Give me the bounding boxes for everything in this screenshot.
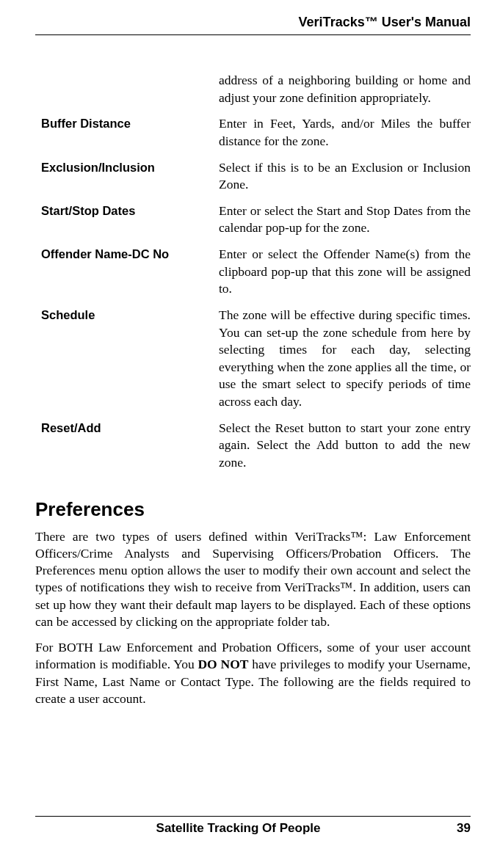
body-paragraph: For BOTH Law Enforcement and Probation O… — [35, 639, 471, 707]
table-row: Start/Stop Dates Enter or select the Sta… — [35, 203, 471, 237]
table-row: address of a neighboring building or hom… — [35, 72, 471, 106]
def-term: Offender Name-DC No — [35, 246, 219, 262]
def-desc: Enter in Feet, Yards, and/or Miles the b… — [219, 115, 471, 150]
def-term: Start/Stop Dates — [35, 203, 219, 219]
table-row: Schedule The zone will be effective duri… — [35, 307, 471, 411]
def-term: Buffer Distance — [35, 115, 219, 131]
def-term: Schedule — [35, 307, 219, 323]
body-paragraph: There are two types of users defined wit… — [35, 528, 471, 631]
footer-center-text: Satellite Tracking Of People — [35, 821, 441, 836]
table-row: Offender Name-DC No Enter or select the … — [35, 246, 471, 298]
def-desc: Select if this is to be an Exclusion or … — [219, 159, 471, 194]
def-desc: address of a neighboring building or hom… — [219, 72, 471, 106]
page-footer: Satellite Tracking Of People 39 — [35, 816, 471, 836]
table-row: Buffer Distance Enter in Feet, Yards, an… — [35, 115, 471, 150]
def-desc: Enter or select the Offender Name(s) fro… — [219, 246, 471, 298]
def-desc: The zone will be effective during specif… — [219, 307, 471, 411]
def-desc: Select the Reset button to start your zo… — [219, 420, 471, 472]
def-desc: Enter or select the Start and Stop Dates… — [219, 203, 471, 237]
page-header: VeriTracks™ User's Manual — [35, 15, 471, 35]
section-heading-preferences: Preferences — [35, 498, 471, 521]
def-term: Exclusion/Inclusion — [35, 159, 219, 175]
bold-text: DO NOT — [198, 657, 248, 671]
table-row: Reset/Add Select the Reset button to sta… — [35, 420, 471, 472]
footer-page-number: 39 — [441, 821, 471, 836]
definitions-table: address of a neighboring building or hom… — [35, 72, 471, 472]
def-term: Reset/Add — [35, 420, 219, 436]
table-row: Exclusion/Inclusion Select if this is to… — [35, 159, 471, 194]
